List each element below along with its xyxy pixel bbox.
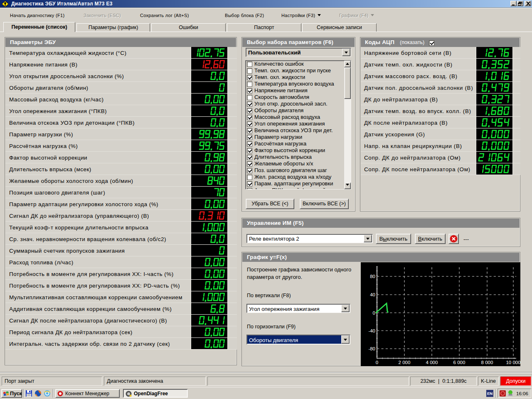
svg-text:10 000: 10 000 <box>506 360 520 365</box>
svg-text:40: 40 <box>370 292 375 297</box>
svg-text:-80: -80 <box>368 346 375 351</box>
svg-text:80: 80 <box>370 274 375 279</box>
svg-text:2 000: 2 000 <box>399 360 411 365</box>
svg-text:-40: -40 <box>368 328 375 333</box>
svg-text:8 000: 8 000 <box>481 360 493 365</box>
svg-text:4 000: 4 000 <box>426 360 438 365</box>
svg-text:6 000: 6 000 <box>453 360 466 365</box>
svg-text:0: 0 <box>373 310 375 315</box>
svg-text:0: 0 <box>376 360 378 365</box>
